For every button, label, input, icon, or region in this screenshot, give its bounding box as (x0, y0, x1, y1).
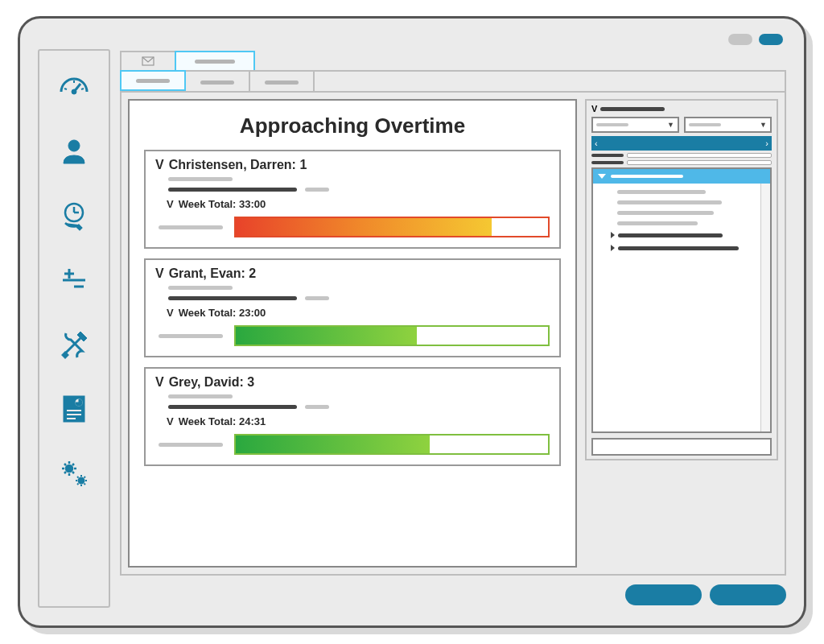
slider-2[interactable] (591, 160, 772, 165)
window-pill-inactive (728, 34, 752, 45)
svg-line-34 (77, 477, 79, 478)
svg-line-36 (77, 484, 79, 485)
scrollbar[interactable] (760, 184, 770, 431)
chevron-down-icon: V (167, 415, 174, 427)
filter-dropdown-1[interactable]: ▼ (591, 117, 679, 133)
filter-dropdown-2[interactable]: ▼ (684, 117, 772, 133)
outer-tabs (120, 49, 786, 70)
svg-point-20 (66, 465, 72, 472)
meter-row (159, 434, 550, 455)
employee-name: Grey, David: 3 (169, 375, 254, 390)
svg-point-29 (79, 478, 84, 484)
tree-item-expandable[interactable] (611, 245, 762, 251)
week-total-row[interactable]: V Week Total: 33:00 (167, 198, 550, 210)
app-window: Approaching Overtime V Christensen, Darr… (18, 16, 806, 628)
tree-body (593, 184, 770, 258)
mail-icon (142, 56, 154, 66)
detail-stub (168, 177, 550, 192)
svg-line-2 (64, 89, 67, 89)
footer (120, 576, 786, 608)
tree-item[interactable] (617, 211, 714, 215)
chevron-down-icon: V (167, 307, 174, 319)
employee-header[interactable]: V Christensen, Darren: 1 (155, 158, 550, 172)
tree-panel (591, 167, 772, 433)
footer-box (591, 438, 772, 456)
prev-icon[interactable]: ‹ (595, 138, 598, 148)
dashboard-icon[interactable] (56, 68, 93, 105)
week-total-label: Week Total: 24:31 (179, 415, 266, 427)
overtime-meter (234, 217, 550, 237)
subtab-2[interactable] (186, 72, 250, 93)
tree-item[interactable] (617, 190, 706, 194)
tree-header[interactable] (593, 169, 770, 184)
filter-header[interactable]: V (591, 104, 772, 114)
chevron-down-icon: ▼ (667, 121, 674, 129)
sub-tabs (122, 72, 785, 93)
primary-button-2[interactable] (710, 584, 786, 605)
chevron-down-icon: V (155, 266, 164, 281)
week-total-row[interactable]: V Week Total: 24:31 (167, 415, 550, 427)
svg-line-1 (74, 84, 80, 92)
settings-icon[interactable] (56, 455, 93, 492)
chevron-down-icon: V (155, 375, 164, 390)
week-total-label: Week Total: 23:00 (179, 307, 266, 319)
filter-box: V ▼ ▼ (585, 99, 778, 460)
window-pill-active[interactable] (759, 34, 783, 45)
slider-1[interactable] (591, 153, 772, 158)
overtime-meter (234, 325, 550, 346)
employee-header[interactable]: V Grey, David: 3 (155, 375, 550, 390)
employee-card: V Christensen, Darren: 1 V Week Total: 3… (144, 150, 561, 249)
svg-line-27 (64, 472, 66, 473)
detail-stub (168, 286, 550, 300)
chevron-right-icon (611, 232, 615, 238)
adjustments-icon[interactable] (56, 262, 93, 299)
employee-card: V Grey, David: 3 V Week Total: 24:31 (144, 367, 561, 466)
content-column: Approaching Overtime V Christensen, Darr… (120, 49, 786, 608)
chevron-down-icon: V (591, 104, 597, 114)
tab-active[interactable] (175, 51, 255, 70)
overtime-meter (234, 434, 550, 455)
chevron-down-icon: ▼ (760, 121, 767, 129)
primary-button-1[interactable] (625, 584, 702, 605)
content-frame: Approaching Overtime V Christensen, Darr… (120, 70, 786, 576)
svg-line-35 (84, 484, 86, 485)
subtab-3[interactable] (250, 72, 315, 93)
date-nav[interactable]: ‹ › (591, 136, 772, 151)
svg-line-28 (72, 464, 74, 465)
sidebar (38, 49, 110, 608)
window-controls (38, 30, 786, 49)
svg-line-37 (84, 477, 86, 478)
employee-card: V Grant, Evan: 2 V Week Total: 23:00 (144, 258, 561, 357)
main-row: Approaching Overtime V Christensen, Darr… (38, 49, 786, 608)
chevron-right-icon (611, 245, 615, 251)
employee-name: Grant, Evan: 2 (169, 266, 257, 281)
meter-row (159, 325, 550, 346)
report-title: Approaching Overtime (144, 114, 561, 138)
side-panel: V ▼ ▼ (585, 99, 778, 568)
next-icon[interactable]: › (765, 138, 768, 148)
chevron-down-icon (598, 174, 606, 179)
tab-mail[interactable] (120, 51, 176, 70)
reports-icon[interactable] (56, 390, 93, 427)
svg-line-25 (64, 464, 66, 465)
report-panel: Approaching Overtime V Christensen, Darr… (128, 99, 577, 568)
employee-name: Christensen, Darren: 1 (169, 158, 307, 172)
tree-item-expandable[interactable] (611, 232, 762, 238)
employee-header[interactable]: V Grant, Evan: 2 (155, 266, 550, 281)
chevron-down-icon: V (167, 198, 174, 210)
subtab-1[interactable] (120, 70, 186, 91)
chevron-down-icon: V (155, 158, 164, 172)
meter-row (159, 217, 550, 237)
tree-item[interactable] (617, 200, 722, 204)
week-total-row[interactable]: V Week Total: 23:00 (167, 307, 550, 319)
svg-point-5 (68, 140, 80, 151)
svg-line-26 (72, 472, 74, 473)
time-icon[interactable] (56, 197, 93, 234)
svg-line-3 (81, 89, 84, 89)
body-row: Approaching Overtime V Christensen, Darr… (122, 93, 785, 574)
tools-icon[interactable] (56, 326, 93, 363)
tree-item[interactable] (617, 221, 698, 225)
profile-icon[interactable] (56, 133, 93, 170)
week-total-label: Week Total: 33:00 (179, 198, 266, 210)
detail-stub (168, 394, 550, 409)
